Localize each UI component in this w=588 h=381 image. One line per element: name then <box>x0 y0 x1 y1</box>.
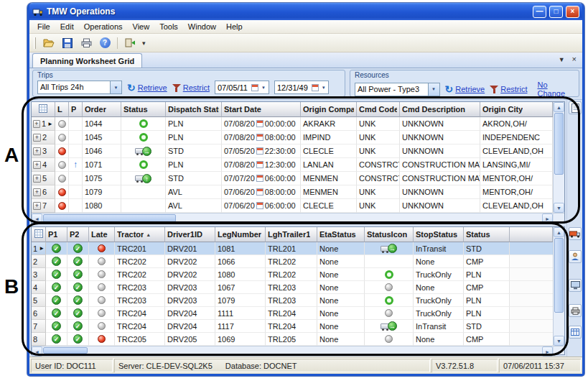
gridB-cell-tractor[interactable]: TRC202 <box>115 255 165 268</box>
gridA-cell-cmd-desc[interactable]: CONSTRUCTION MATE <box>400 172 480 185</box>
scroll-right-icon[interactable]: ► <box>542 346 553 357</box>
gridB-cell-driver[interactable]: DRV203 <box>165 281 215 294</box>
gridA-header-dispatch-status[interactable]: Dispatch Status <box>166 102 222 117</box>
gridA-cell-order[interactable]: 1075 <box>83 172 121 185</box>
tab-planning-worksheet-grid[interactable]: Planning Worksheet Grid <box>32 53 142 68</box>
gridB-header-p2[interactable]: P2 <box>67 227 89 242</box>
gridA-cell-cmd-code[interactable]: UNK <box>357 131 400 144</box>
gridA-cell-cmd-desc[interactable]: UNKNOWN <box>400 131 480 144</box>
gridB-cell-trailer[interactable]: TRL202 <box>266 268 317 281</box>
gridA-cell[interactable] <box>69 144 83 158</box>
gridB-cell[interactable]: → <box>365 320 414 333</box>
gridB-cell[interactable] <box>365 294 414 307</box>
gridB-cell-status[interactable]: PLN <box>464 307 510 320</box>
printer-tool-button[interactable] <box>569 304 582 317</box>
gridA-cell[interactable] <box>55 199 69 213</box>
gridA-cell-origin-company[interactable]: MENMEN <box>301 172 357 185</box>
gridB-header-legnumber[interactable]: LegNumber <box>215 227 266 242</box>
resources-retrieve-link[interactable]: ↻ Retrieve <box>445 85 485 93</box>
tab-close-icon[interactable]: × <box>572 56 577 63</box>
expand-icon[interactable]: + <box>33 161 41 169</box>
gridB-row[interactable]: 5✓✓TRC203DRV2031079TRL203NoneTruckOnlyPL… <box>32 294 553 307</box>
gridB-cell-stop-status[interactable]: None <box>414 255 464 268</box>
gridB-cell[interactable] <box>510 333 553 346</box>
gridA-cell[interactable] <box>121 199 166 213</box>
gridB-cell-status[interactable]: CMP <box>464 281 510 294</box>
gridB-cell-driver[interactable]: DRV205 <box>165 333 215 346</box>
gridB-cell-late[interactable] <box>89 333 115 346</box>
gridB-vscrollbar[interactable]: ▲ ▼ <box>553 227 564 346</box>
resources-restrict-link[interactable]: Restrict <box>490 85 527 93</box>
gridB-row[interactable]: 7✓✓TRC204DRV2041117TRL204None→InTransitS… <box>32 320 553 333</box>
gridA-row[interactable]: +71080AVL07/06/2006:00:00CLECLEUNKUNKNOW… <box>32 199 553 213</box>
gridA-cell[interactable]: +7 <box>32 199 55 213</box>
gridB-header-stopstatus[interactable]: StopStatus <box>414 227 464 242</box>
gridA-header-status[interactable]: Status <box>121 102 166 117</box>
gridB-cell[interactable]: 8 <box>32 333 46 346</box>
gridB-cell-leg[interactable]: 1111 <box>215 307 266 320</box>
gridB-cell-p1[interactable]: ✓ <box>46 255 67 268</box>
scroll-thumb[interactable] <box>554 113 564 175</box>
gridA-header-order[interactable]: Order <box>83 102 121 117</box>
gridB-cell-trailer[interactable]: TRL204 <box>266 307 317 320</box>
gridA-cell[interactable] <box>121 185 166 199</box>
gridA-cell-cmd-code[interactable]: CONSTRCT <box>357 172 400 185</box>
gridB-cell-leg[interactable]: 1066 <box>215 255 266 268</box>
dropdown-arrow-icon[interactable]: ▼ <box>110 81 121 93</box>
gridB-cell-p2[interactable]: ✓ <box>67 307 89 320</box>
menu-item-help[interactable]: Help <box>221 21 248 32</box>
gridB-cell-status[interactable]: CMP <box>464 255 510 268</box>
gridB-cell-leg[interactable]: 1067 <box>215 281 266 294</box>
gridA-cell-cmd-desc[interactable]: UNKNOWN <box>400 185 480 199</box>
gridB-cell-late[interactable] <box>89 268 115 281</box>
gridA-cell[interactable] <box>121 131 166 144</box>
gridB-cell-trailer[interactable]: TRL202 <box>266 255 317 268</box>
gridB-cell-stop-status[interactable]: TruckOnly <box>414 294 464 307</box>
exit-button[interactable] <box>122 36 138 50</box>
gridB-cell-eta[interactable]: None <box>317 294 365 307</box>
gridA-cell[interactable] <box>69 199 83 213</box>
gridB-cell-leg[interactable]: 1081 <box>215 242 266 255</box>
date-dropdown-icon[interactable]: ▼ <box>261 86 266 90</box>
gridB-cell[interactable] <box>365 281 414 294</box>
gridA-row[interactable]: +31046→STD07/05/2022:30:00CLECLEUNKUNKNO… <box>32 144 553 158</box>
grid-tool-button[interactable] <box>569 326 582 339</box>
scroll-down-icon[interactable]: ▼ <box>554 203 564 213</box>
gridA-cell-origin-city[interactable]: MENTOR,OH/ <box>480 172 553 185</box>
gridA-cell[interactable]: 07/06/2006:00:00 <box>222 199 301 213</box>
gridB-row[interactable]: 1►✓✓TRC201DRV2011081TRL201None→InTransit… <box>32 242 553 255</box>
minimize-button[interactable]: — <box>533 6 546 18</box>
gridB-cell[interactable]: → <box>365 242 414 255</box>
gridB-cell[interactable] <box>510 281 553 294</box>
gridB-cell-tractor[interactable]: TRC201 <box>115 242 165 255</box>
gridA-hscrollbar[interactable]: ◄ ► <box>32 213 553 223</box>
gridA-cell[interactable]: 07/08/2008:00:00 <box>222 131 301 144</box>
gridB-header-tractor[interactable]: Tractor▲ <box>115 227 165 242</box>
gridA-cell[interactable] <box>55 144 69 158</box>
gridA-cell-dispatch[interactable]: STD <box>166 172 222 185</box>
scroll-up-icon[interactable]: ▲ <box>554 102 564 112</box>
gridA-cell-origin-city[interactable]: CLEVELAND,OH <box>480 144 553 158</box>
gridB-cell-p2[interactable]: ✓ <box>67 281 89 294</box>
scroll-thumb[interactable] <box>43 347 88 354</box>
gridB-cell-p1[interactable]: ✓ <box>46 307 67 320</box>
expand-icon[interactable]: + <box>33 147 41 155</box>
page-tool-button[interactable] <box>569 101 582 114</box>
scroll-thumb[interactable] <box>43 214 176 222</box>
gridA-cell[interactable]: +5 <box>32 172 55 185</box>
maximize-button[interactable]: □ <box>549 6 563 18</box>
gridB-cell-leg[interactable]: 1079 <box>215 294 266 307</box>
scroll-up-icon[interactable]: ▲ <box>554 227 564 237</box>
gridB-cell[interactable]: 4 <box>32 281 46 294</box>
gridA-cell-origin-city[interactable]: AKRON,OH/ <box>480 117 553 131</box>
gridA-cell-order[interactable]: 1079 <box>83 185 121 199</box>
gridA-row[interactable]: +51075↑STD07/07/2006:00:00MENMENCONSTRCT… <box>32 172 553 185</box>
scroll-left-icon[interactable]: ◄ <box>32 214 42 224</box>
gridA-cell-cmd-desc[interactable]: UNKNOWN <box>400 117 480 131</box>
gridB-cell-status[interactable]: STD <box>464 242 510 255</box>
scroll-down-icon[interactable]: ▼ <box>554 336 564 346</box>
gridA-cell-dispatch[interactable]: PLN <box>166 117 222 131</box>
calendar-icon[interactable] <box>312 84 319 91</box>
gridB-cell-late[interactable] <box>89 294 115 307</box>
gridB-cell[interactable] <box>510 307 553 320</box>
